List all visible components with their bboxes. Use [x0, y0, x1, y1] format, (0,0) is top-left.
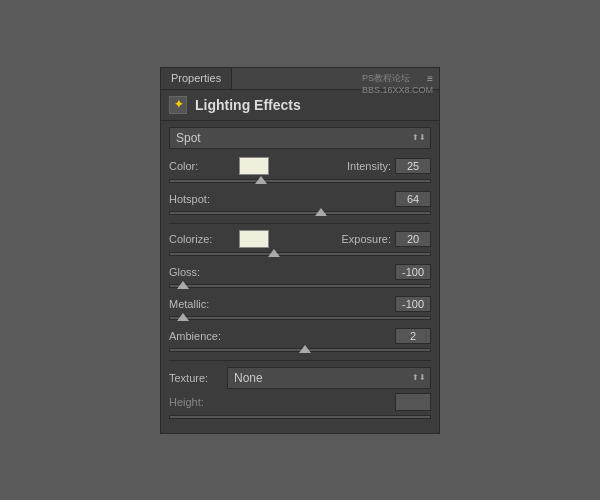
tab-properties[interactable]: Properties: [161, 68, 232, 89]
properties-panel: PS教程论坛 BBS.16XX8.COM Properties ≡ ✦ Ligh…: [160, 67, 440, 434]
color-swatch[interactable]: [239, 157, 269, 175]
metallic-slider-track[interactable]: [169, 316, 431, 320]
hotspot-slider-thumb[interactable]: [315, 208, 327, 216]
height-swatch: [395, 393, 431, 411]
gloss-slider-thumb[interactable]: [177, 281, 189, 289]
exposure-slider-track[interactable]: [169, 252, 431, 256]
divider-2: [169, 360, 431, 361]
exposure-slider-row: [169, 252, 431, 256]
texture-label: Texture:: [169, 372, 221, 384]
divider-1: [169, 223, 431, 224]
light-type-dropdown[interactable]: Spot Infinite Point: [169, 127, 431, 149]
hotspot-slider-row: [169, 211, 431, 215]
lighting-icon: ✦: [169, 96, 187, 114]
exposure-value[interactable]: 20: [395, 231, 431, 247]
gloss-slider-row: [169, 284, 431, 288]
intensity-slider-track[interactable]: [169, 179, 431, 183]
gloss-slider-track[interactable]: [169, 284, 431, 288]
ambience-row: Ambience: 2: [169, 328, 431, 344]
metallic-row: Metallic: -100: [169, 296, 431, 312]
gloss-row: Gloss: -100: [169, 264, 431, 280]
texture-dropdown-wrapper: None Red Green Blue Alpha: [227, 367, 431, 389]
color-intensity-row: Color: Intensity: 25: [169, 157, 431, 175]
colorize-exposure-row: Colorize: Exposure: 20: [169, 230, 431, 248]
metallic-value[interactable]: -100: [395, 296, 431, 312]
metallic-slider-row: [169, 316, 431, 320]
ambience-slider-thumb[interactable]: [299, 345, 311, 353]
height-slider-row: [169, 415, 431, 419]
exposure-slider-thumb[interactable]: [268, 249, 280, 257]
light-type-dropdown-wrapper: Spot Infinite Point: [169, 127, 431, 149]
hotspot-value[interactable]: 64: [395, 191, 431, 207]
metallic-label: Metallic:: [169, 298, 239, 310]
intensity-label: Intensity:: [347, 160, 391, 172]
intensity-slider-row: [169, 179, 431, 183]
gloss-label: Gloss:: [169, 266, 239, 278]
intensity-slider-thumb[interactable]: [255, 176, 267, 184]
colorize-label: Colorize:: [169, 233, 239, 245]
ambience-slider-track[interactable]: [169, 348, 431, 352]
texture-dropdown[interactable]: None Red Green Blue Alpha: [227, 367, 431, 389]
color-label: Color:: [169, 160, 239, 172]
height-slider-track[interactable]: [169, 415, 431, 419]
ambience-slider-row: [169, 348, 431, 352]
panel-title: Lighting Effects: [195, 97, 301, 113]
gloss-value[interactable]: -100: [395, 264, 431, 280]
watermark: PS教程论坛 BBS.16XX8.COM: [362, 72, 433, 95]
intensity-value[interactable]: 25: [395, 158, 431, 174]
exposure-label: Exposure:: [341, 233, 391, 245]
colorize-swatch[interactable]: [239, 230, 269, 248]
light-type-row: Spot Infinite Point: [169, 127, 431, 149]
ambience-value[interactable]: 2: [395, 328, 431, 344]
hotspot-row: Hotspot: 64: [169, 191, 431, 207]
height-row: Height:: [169, 393, 431, 411]
ambience-label: Ambience:: [169, 330, 239, 342]
panel-body: Spot Infinite Point Color: Intensity: 25…: [161, 121, 439, 433]
metallic-slider-thumb[interactable]: [177, 313, 189, 321]
hotspot-slider-track[interactable]: [169, 211, 431, 215]
height-label: Height:: [169, 396, 221, 408]
hotspot-label: Hotspot:: [169, 193, 239, 205]
texture-row: Texture: None Red Green Blue Alpha: [169, 367, 431, 389]
